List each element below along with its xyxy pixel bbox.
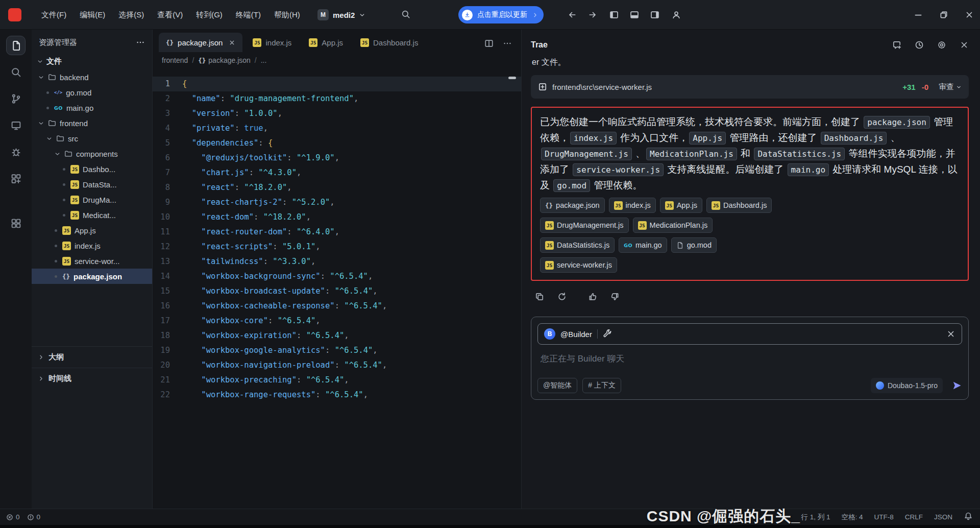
breadcrumb-item-1[interactable]: {}package.json xyxy=(198,56,251,64)
tree-item-src[interactable]: src xyxy=(32,131,152,146)
code-line-11[interactable]: 11 "react-router-dom": "^6.4.0", xyxy=(153,225,521,239)
tree-item-index.js[interactable]: JSindex.js xyxy=(32,238,152,253)
back-button[interactable] xyxy=(568,10,577,19)
menu-item-2[interactable]: 选择(S) xyxy=(113,7,150,23)
outline-section-header[interactable]: 大纲 xyxy=(32,346,152,368)
tab-Dashboard.js[interactable]: JSDashboard.js xyxy=(353,33,425,52)
files-section-header[interactable]: 文件 xyxy=(32,53,152,69)
code-line-2[interactable]: 2 "name": "drug-management-frontend", xyxy=(153,91,521,106)
copy-button[interactable] xyxy=(531,288,548,305)
tree-item-components[interactable]: components xyxy=(32,146,152,161)
tree-item-Medicat...[interactable]: JSMedicat... xyxy=(32,207,152,223)
code-line-20[interactable]: 20 "workbox-navigation-preload": "^6.5.4… xyxy=(153,358,521,373)
tab-App.js[interactable]: JSApp.js xyxy=(302,33,350,52)
code-line-1[interactable]: 1{ xyxy=(153,77,521,91)
chat-input[interactable]: 您正在与 Builder 聊天 xyxy=(541,353,959,365)
activity-explorer-button[interactable] xyxy=(6,36,26,55)
tree-item-DrugMa...[interactable]: JSDrugMa... xyxy=(32,192,152,207)
close-icon[interactable] xyxy=(946,329,955,339)
tab-index.js[interactable]: JSindex.js xyxy=(246,33,299,52)
project-selector[interactable]: M medi2 xyxy=(317,0,365,30)
forward-button[interactable] xyxy=(588,10,597,19)
file-chip-DataStatistics.js[interactable]: JSDataStatistics.js xyxy=(540,237,615,253)
close-window-button[interactable] xyxy=(965,10,974,19)
activity-remote-button[interactable] xyxy=(6,115,26,135)
settings-button[interactable] xyxy=(937,40,946,50)
restore-button[interactable] xyxy=(939,10,948,19)
status-language-mode[interactable]: JSON xyxy=(934,513,952,521)
scrollbar-thumb[interactable] xyxy=(508,77,516,79)
code-editor[interactable]: 1{2 "name": "drug-management-frontend",3… xyxy=(153,68,521,509)
file-chip-DrugManagement.js[interactable]: JSDrugManagement.js xyxy=(540,218,629,233)
tree-item-App.js[interactable]: JSApp.js xyxy=(32,223,152,238)
file-chip-index.js[interactable]: JSindex.js xyxy=(609,198,656,213)
thumbs-down-button[interactable] xyxy=(606,288,624,305)
agent-name[interactable]: @Builder xyxy=(560,330,592,339)
timeline-section-header[interactable]: 时间线 xyxy=(32,368,152,389)
code-line-13[interactable]: 13 "tailwindcss": "^3.3.0", xyxy=(153,254,521,269)
breadcrumb[interactable]: frontend/{}package.json/... xyxy=(153,52,521,68)
menu-item-0[interactable]: 文件(F) xyxy=(36,7,72,23)
model-selector[interactable]: Doubao-1.5-pro xyxy=(871,378,943,393)
agent-selector-chip[interactable]: @智能体 xyxy=(537,378,577,393)
toggle-right-sidebar-button[interactable] xyxy=(650,10,659,19)
tree-item-frontend[interactable]: frontend xyxy=(32,115,152,131)
changed-file-card[interactable]: frontend\src\service-worker.js +31 -0 审查 xyxy=(531,75,969,99)
menu-item-5[interactable]: 终端(T) xyxy=(230,7,266,23)
new-chat-button[interactable] xyxy=(892,40,901,50)
code-line-21[interactable]: 21 "workbox-precaching": "^6.5.4", xyxy=(153,373,521,388)
menu-item-6[interactable]: 帮助(H) xyxy=(268,7,306,23)
activity-source-control-button[interactable] xyxy=(6,89,26,108)
code-line-5[interactable]: 5 "dependencies": { xyxy=(153,136,521,151)
context-chip[interactable]: # 上下文 xyxy=(582,378,621,393)
global-search-button[interactable] xyxy=(401,10,410,21)
toggle-panel-button[interactable] xyxy=(630,10,639,19)
tree-item-Dashbo...[interactable]: JSDashbo... xyxy=(32,161,152,177)
tree-item-backend[interactable]: backend xyxy=(32,69,152,85)
status-cursor-position[interactable]: 行 1, 列 1 xyxy=(801,513,830,522)
code-line-4[interactable]: 4 "private": true, xyxy=(153,121,521,136)
code-line-7[interactable]: 7 "chart.js": "^4.3.0", xyxy=(153,165,521,180)
file-chip-MedicationPlan.js[interactable]: JSMedicationPlan.js xyxy=(633,218,713,233)
code-line-18[interactable]: 18 "workbox-expiration": "^6.5.4", xyxy=(153,328,521,343)
activity-apps-button[interactable] xyxy=(6,213,26,233)
code-line-12[interactable]: 12 "react-scripts": "5.0.1", xyxy=(153,239,521,254)
tree-item-main.go[interactable]: GOmain.go xyxy=(32,100,152,115)
review-button[interactable]: 审查 xyxy=(939,82,962,92)
history-button[interactable] xyxy=(915,40,924,50)
menu-item-3[interactable]: 查看(V) xyxy=(152,7,188,23)
activity-extensions-button[interactable] xyxy=(6,169,26,188)
breadcrumb-item-0[interactable]: frontend xyxy=(162,56,188,64)
tree-item-service-wor...[interactable]: JSservice-wor... xyxy=(32,253,152,269)
minimize-button[interactable] xyxy=(914,10,923,19)
send-button[interactable] xyxy=(952,380,962,391)
code-line-17[interactable]: 17 "workbox-core": "^6.5.4", xyxy=(153,314,521,328)
toggle-left-sidebar-button[interactable] xyxy=(609,10,619,19)
editor-more-button[interactable] xyxy=(503,39,512,48)
code-line-10[interactable]: 10 "react-dom": "^18.2.0", xyxy=(153,210,521,225)
notifications-button[interactable] xyxy=(964,512,973,522)
code-line-22[interactable]: 22 "workbox-range-requests": "^6.5.4", xyxy=(153,388,521,402)
code-line-14[interactable]: 14 "workbox-background-sync": "^6.5.4", xyxy=(153,269,521,284)
status-errors[interactable]: 0 xyxy=(6,513,20,521)
close-panel-button[interactable] xyxy=(960,40,969,50)
file-chip-Dashboard.js[interactable]: JSDashboard.js xyxy=(706,198,772,213)
code-line-8[interactable]: 8 "react": "^18.2.0", xyxy=(153,180,521,195)
split-editor-button[interactable] xyxy=(484,39,494,48)
breadcrumb-item-2[interactable]: ... xyxy=(261,56,267,64)
activity-debug-button[interactable] xyxy=(6,142,26,161)
tab-package.json[interactable]: {}package.json xyxy=(159,33,242,52)
menu-item-4[interactable]: 转到(G) xyxy=(190,7,228,23)
activity-search-button[interactable] xyxy=(6,62,26,82)
status-eol[interactable]: CRLF xyxy=(905,513,923,521)
file-chip-App.js[interactable]: JSApp.js xyxy=(660,198,702,213)
regenerate-button[interactable] xyxy=(553,288,571,305)
file-chip-service-worker.js[interactable]: JSservice-worker.js xyxy=(540,257,617,273)
close-tab-icon[interactable] xyxy=(229,39,235,46)
code-line-19[interactable]: 19 "workbox-google-analytics": "^6.5.4", xyxy=(153,343,521,358)
code-line-15[interactable]: 15 "workbox-broadcast-update": "^6.5.4", xyxy=(153,284,521,299)
code-line-6[interactable]: 6 "@reduxjs/toolkit": "^1.9.0", xyxy=(153,151,521,165)
account-button[interactable] xyxy=(672,10,681,19)
tools-icon[interactable] xyxy=(603,329,612,339)
status-indentation[interactable]: 空格: 4 xyxy=(841,513,863,522)
